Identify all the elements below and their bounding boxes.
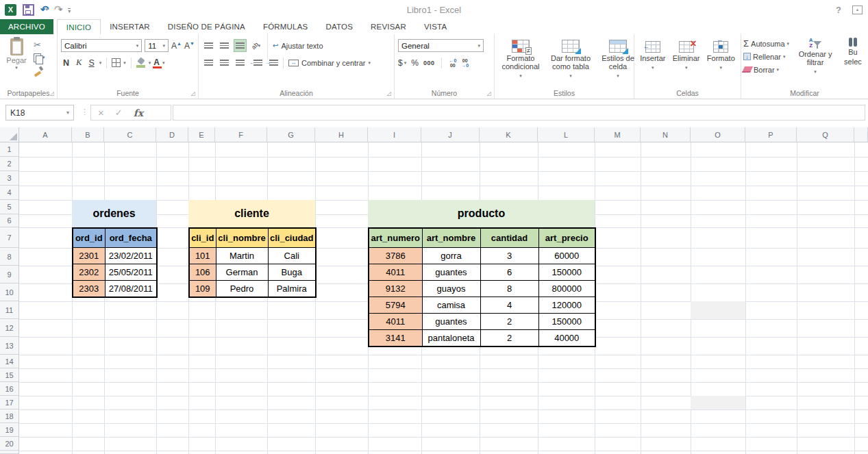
row-header-1[interactable]: 1 <box>0 142 19 157</box>
clipboard-dialog-launcher[interactable]: ◿ <box>50 91 54 97</box>
column-header-O[interactable]: O <box>691 127 745 142</box>
cliente-cell[interactable]: Buga <box>268 264 316 281</box>
tab-diseno[interactable]: DISEÑO DE PÁGINA <box>159 19 254 34</box>
increase-indent-button[interactable]: → <box>265 56 278 69</box>
paste-dropdown-icon[interactable]: ▾ <box>15 65 18 71</box>
formula-input[interactable] <box>173 105 865 121</box>
column-header-M[interactable]: M <box>595 127 641 142</box>
font-name-combo[interactable]: Calibri ▾ <box>61 39 142 52</box>
column-header-B[interactable]: B <box>72 127 104 142</box>
number-format-combo[interactable]: General ▾ <box>398 39 484 52</box>
underline-dropdown-icon[interactable]: ▾ <box>99 60 102 66</box>
producto-cell[interactable]: guayos <box>422 281 480 297</box>
clear-button[interactable]: Borrar ▾ <box>743 64 789 75</box>
producto-cell[interactable]: 2 <box>480 314 538 330</box>
cliente-cell[interactable]: 101 <box>189 248 216 264</box>
wrap-text-button[interactable]: ↩ <box>273 39 278 52</box>
producto-cell[interactable]: 3 <box>480 248 538 264</box>
producto-cell[interactable]: 6 <box>480 264 538 281</box>
shrink-font-button[interactable]: A▼ <box>184 41 195 51</box>
producto-header-cantidad[interactable]: cantidad <box>480 228 538 248</box>
row-header-14[interactable]: 14 <box>0 355 19 368</box>
bold-button[interactable]: N <box>61 58 71 68</box>
tab-datos[interactable]: DATOS <box>317 19 362 34</box>
align-middle-button[interactable] <box>218 39 231 52</box>
producto-header-art_nombre[interactable]: art_nombre <box>422 228 480 248</box>
percent-button[interactable]: % <box>411 58 419 68</box>
row-header-11[interactable]: 11 <box>0 301 19 319</box>
fill-color-icon[interactable] <box>136 58 146 68</box>
thousands-button[interactable]: 000 <box>423 60 435 66</box>
insert-cells-button[interactable]: Insertar ▾ <box>637 40 668 73</box>
number-dialog-launcher[interactable]: ◿ <box>487 91 491 97</box>
row-header-19[interactable]: 19 <box>0 423 19 437</box>
row-header-6[interactable]: 6 <box>0 214 19 227</box>
format-cells-button[interactable]: Formato ▾ <box>704 40 738 73</box>
sort-filter-button[interactable]: AZ Ordenar y filtrar ▾ <box>793 38 837 77</box>
italic-button[interactable]: K <box>74 58 84 68</box>
ordenes-cell[interactable]: 23/02/2011 <box>105 248 157 264</box>
cliente-cell[interactable]: 109 <box>189 281 216 298</box>
wrap-text-label[interactable]: Ajustar texto <box>281 42 323 50</box>
row-header-12[interactable]: 12 <box>0 319 19 337</box>
borders-icon[interactable] <box>112 58 121 67</box>
align-right-button[interactable] <box>234 56 247 69</box>
tab-formulas[interactable]: FÓRMULAS <box>254 19 317 34</box>
producto-cell[interactable]: 8 <box>480 281 538 297</box>
producto-cell[interactable]: guantes <box>422 264 480 281</box>
ordenes-table-title[interactable]: ordenes <box>72 200 156 227</box>
qat-customize-icon[interactable]: ▾ <box>68 8 71 14</box>
merge-dropdown-icon[interactable]: ▾ <box>369 60 371 66</box>
tab-archivo[interactable]: ARCHIVO <box>0 19 53 34</box>
enter-icon[interactable]: ✓ <box>115 108 123 118</box>
producto-cell[interactable]: 3141 <box>369 330 422 347</box>
column-header-F[interactable]: F <box>215 127 267 142</box>
align-left-button[interactable] <box>202 56 215 69</box>
row-header-partial[interactable] <box>0 451 19 454</box>
producto-cell[interactable]: 5794 <box>369 297 422 314</box>
align-bottom-button[interactable] <box>234 39 247 52</box>
delete-cells-button[interactable]: Eliminar ▾ <box>670 40 703 73</box>
merge-center-icon[interactable]: ↔ <box>288 60 299 66</box>
font-size-combo[interactable]: 11 ▾ <box>145 39 169 52</box>
ordenes-cell[interactable]: 25/05/2011 <box>105 264 157 281</box>
row-header-8[interactable]: 8 <box>0 248 19 266</box>
tab-revisar[interactable]: REVISAR <box>362 19 415 34</box>
tab-insertar[interactable]: INSERTAR <box>101 19 159 34</box>
cliente-cell[interactable]: Cali <box>268 248 316 264</box>
column-header-A[interactable]: A <box>19 127 72 142</box>
alignment-dialog-launcher[interactable]: ◿ <box>387 91 391 97</box>
merge-center-label[interactable]: Combinar y centrar <box>301 59 366 67</box>
tab-vista[interactable]: VISTA <box>415 19 456 34</box>
paste-button[interactable]: Pegar ▾ <box>2 37 31 76</box>
cell-styles-button[interactable]: Estilos de celda ▾ <box>597 38 639 81</box>
worksheet-grid[interactable]: ABCDEFGHIJKLMNOPQ12345678910111213141516… <box>0 127 868 454</box>
producto-cell[interactable]: camisa <box>422 297 480 314</box>
borders-dropdown-icon[interactable]: ▾ <box>123 60 126 66</box>
producto-cell[interactable]: 800000 <box>538 281 595 297</box>
column-header-K[interactable]: K <box>480 127 538 142</box>
column-header-E[interactable]: E <box>188 127 215 142</box>
row-header-3[interactable]: 3 <box>0 171 19 186</box>
producto-header-art_numero[interactable]: art_numero <box>369 228 422 248</box>
cliente-cell[interactable]: Palmira <box>268 281 316 298</box>
row-header-7[interactable]: 7 <box>0 227 19 248</box>
align-center-button[interactable] <box>218 56 231 69</box>
cut-button[interactable]: ✂ <box>34 39 45 50</box>
column-header-H[interactable]: H <box>315 127 368 142</box>
cliente-cell[interactable]: German <box>216 264 268 281</box>
find-select-button[interactable]: Bu selec <box>841 38 865 77</box>
cliente-table-title[interactable]: cliente <box>188 200 315 227</box>
select-all-corner[interactable] <box>0 127 19 142</box>
copy-button[interactable]: ▾ <box>34 52 45 63</box>
row-header-5[interactable]: 5 <box>0 200 19 214</box>
row-header-10[interactable]: 10 <box>0 283 19 301</box>
currency-button[interactable]: $ <box>398 58 403 68</box>
producto-cell[interactable]: gorra <box>422 248 480 264</box>
producto-cell[interactable]: 150000 <box>538 264 595 281</box>
ordenes-header-ord_id[interactable]: ord_id <box>73 228 105 248</box>
save-icon[interactable] <box>23 4 34 16</box>
help-icon[interactable]: ? <box>836 5 841 15</box>
column-header-N[interactable]: N <box>641 127 691 142</box>
tab-inicio[interactable]: INICIO <box>57 19 101 34</box>
